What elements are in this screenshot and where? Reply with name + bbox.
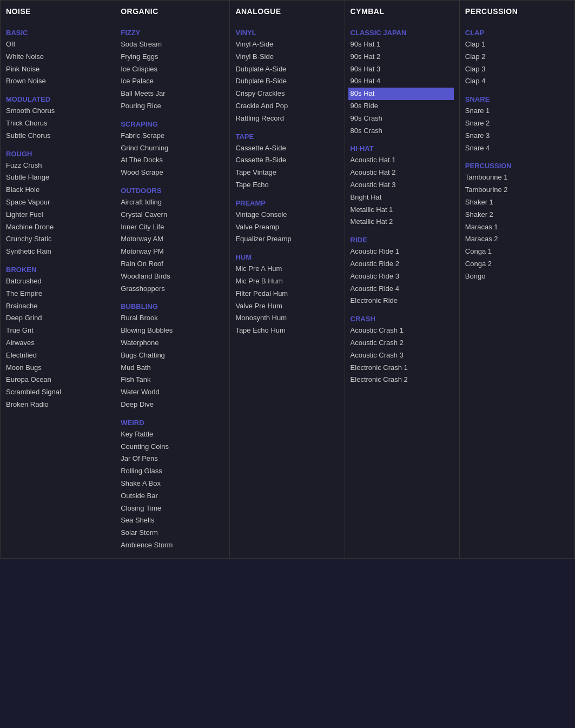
list-item[interactable]: Rain On Roof [121, 258, 224, 270]
list-item[interactable]: Acoustic Ride 3 [351, 270, 454, 283]
list-item[interactable]: Vinyl A-Side [235, 38, 339, 51]
list-item[interactable]: Mic Pre A Hum [235, 263, 339, 275]
list-item[interactable]: Subtle Flange [6, 171, 109, 184]
list-item[interactable]: Tape Vintage [235, 167, 339, 179]
list-item[interactable]: Motorway AM [121, 233, 224, 246]
list-item[interactable]: Grasshoppers [121, 283, 224, 295]
list-item[interactable]: Tambourine 1 [465, 171, 569, 184]
list-item[interactable]: Acoustic Hat 1 [351, 154, 454, 167]
list-item[interactable]: Solar Storm [121, 527, 224, 539]
list-item[interactable]: Acoustic Crash 2 [351, 337, 454, 349]
list-item[interactable]: Vinyl B-Side [235, 51, 339, 63]
list-item[interactable]: Acoustic Ride 2 [351, 258, 454, 270]
list-item[interactable]: Wood Scrape [121, 167, 224, 179]
list-item[interactable]: 80s Hat [348, 88, 454, 100]
list-item[interactable]: Maracas 1 [465, 221, 569, 234]
list-item[interactable]: White Noise [6, 51, 109, 63]
list-item[interactable]: 80s Crash [351, 125, 454, 137]
list-item[interactable]: Closing Time [121, 502, 224, 515]
list-item[interactable]: Conga 2 [465, 258, 569, 270]
list-item[interactable]: Metallic Hat 1 [351, 204, 454, 216]
list-item[interactable]: Clap 4 [465, 75, 569, 88]
list-item[interactable]: Broken Radio [6, 399, 109, 411]
list-item[interactable]: Space Vapour [6, 196, 109, 209]
list-item[interactable]: Smooth Chorus [6, 105, 109, 117]
list-item[interactable]: Acoustic Ride 4 [351, 283, 454, 295]
list-item[interactable]: Maracas 2 [465, 233, 569, 246]
list-item[interactable]: Crystal Cavern [121, 209, 224, 221]
list-item[interactable]: Inner City Life [121, 221, 224, 234]
list-item[interactable]: Batcrushed [6, 275, 109, 288]
list-item[interactable]: Shaker 2 [465, 209, 569, 221]
list-item[interactable]: Valve Preamp [235, 221, 339, 234]
list-item[interactable]: Rattling Record [235, 112, 339, 125]
list-item[interactable]: Blowing Bubbles [121, 325, 224, 337]
list-item[interactable]: 90s Crash [351, 112, 454, 125]
list-item[interactable]: Airwaves [6, 337, 109, 349]
list-item[interactable]: At The Docks [121, 154, 224, 167]
list-item[interactable]: Ambience Storm [121, 539, 224, 552]
list-item[interactable]: Acoustic Ride 1 [351, 246, 454, 258]
list-item[interactable]: Bongo [465, 270, 569, 283]
list-item[interactable]: Snare 4 [465, 142, 569, 155]
list-item[interactable]: Thick Chorus [6, 117, 109, 130]
list-item[interactable]: 90s Hat 3 [351, 63, 454, 76]
list-item[interactable]: Crunchy Static [6, 233, 109, 246]
list-item[interactable]: Ball Meets Jar [121, 88, 224, 100]
list-item[interactable]: True Grit [6, 325, 109, 337]
list-item[interactable]: Equalizer Preamp [235, 233, 339, 246]
list-item[interactable]: Dubplate B-Side [235, 75, 339, 88]
list-item[interactable]: Monosynth Hum [235, 312, 339, 325]
list-item[interactable]: Counting Coins [121, 441, 224, 453]
list-item[interactable]: Frying Eggs [121, 51, 224, 63]
list-item[interactable]: The Empire [6, 288, 109, 300]
list-item[interactable]: 90s Hat 2 [351, 51, 454, 63]
list-item[interactable]: Clap 3 [465, 63, 569, 76]
list-item[interactable]: Tape Echo [235, 179, 339, 191]
list-item[interactable]: Clap 1 [465, 38, 569, 51]
list-item[interactable]: Scrambled Signal [6, 386, 109, 399]
list-item[interactable]: Electronic Ride [351, 295, 454, 307]
list-item[interactable]: Crispy Crackles [235, 88, 339, 100]
list-item[interactable]: Acoustic Hat 2 [351, 167, 454, 179]
list-item[interactable]: Europa Ocean [6, 374, 109, 386]
list-item[interactable]: Tambourine 2 [465, 184, 569, 196]
list-item[interactable]: Lighter Fuel [6, 209, 109, 221]
list-item[interactable]: Clap 2 [465, 51, 569, 63]
list-item[interactable]: Acoustic Hat 3 [351, 179, 454, 191]
list-item[interactable]: Ice Crispies [121, 63, 224, 76]
list-item[interactable]: Brown Noise [6, 75, 109, 88]
list-item[interactable]: Jar Of Pens [121, 453, 224, 465]
list-item[interactable]: Rolling Glass [121, 465, 224, 478]
list-item[interactable]: Metallic Hat 2 [351, 216, 454, 228]
list-item[interactable]: 90s Hat 1 [351, 38, 454, 51]
list-item[interactable]: Tape Echo Hum [235, 325, 339, 337]
list-item[interactable]: 90s Ride [351, 100, 454, 112]
list-item[interactable]: Synthetic Rain [6, 246, 109, 258]
list-item[interactable]: Black Hole [6, 184, 109, 196]
list-item[interactable]: Mud Bath [121, 362, 224, 374]
list-item[interactable]: Cassette A-Side [235, 142, 339, 155]
list-item[interactable]: Grind Churning [121, 142, 224, 155]
list-item[interactable]: 90s Hat 4 [351, 75, 454, 88]
list-item[interactable]: Outside Bar [121, 490, 224, 502]
list-item[interactable]: Bright Hat [351, 191, 454, 204]
list-item[interactable]: Vintage Console [235, 209, 339, 221]
list-item[interactable]: Pink Noise [6, 63, 109, 76]
list-item[interactable]: Waterphone [121, 337, 224, 349]
list-item[interactable]: Acoustic Crash 3 [351, 349, 454, 362]
list-item[interactable]: Acoustic Crash 1 [351, 325, 454, 337]
list-item[interactable]: Pouring Rice [121, 100, 224, 112]
list-item[interactable]: Fuzz Crush [6, 160, 109, 172]
list-item[interactable]: Dubplate A-Side [235, 63, 339, 76]
list-item[interactable]: Key Rattle [121, 428, 224, 441]
list-item[interactable]: Shake A Box [121, 478, 224, 490]
list-item[interactable]: Snare 3 [465, 130, 569, 142]
list-item[interactable]: Sea Shells [121, 514, 224, 527]
list-item[interactable]: Electronic Crash 2 [351, 374, 454, 386]
list-item[interactable]: Water World [121, 386, 224, 399]
list-item[interactable]: Soda Stream [121, 38, 224, 51]
list-item[interactable]: Subtle Chorus [6, 130, 109, 142]
list-item[interactable]: Snare 2 [465, 117, 569, 130]
list-item[interactable]: Ice Palace [121, 75, 224, 88]
